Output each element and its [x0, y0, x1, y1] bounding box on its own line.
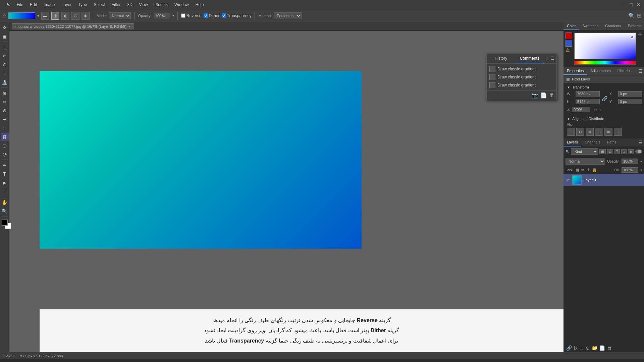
flip-h-btn[interactable]: ↔ — [593, 107, 598, 112]
dither-checkbox[interactable] — [204, 13, 208, 18]
swatches-tab[interactable]: Swatches — [579, 22, 602, 30]
menu-window[interactable]: Window — [172, 2, 192, 8]
menu-view[interactable]: View — [137, 2, 151, 8]
add-to-swatches-icon[interactable]: ➕ — [638, 33, 642, 36]
document-tab[interactable]: mountains-clouds-7680x5122-11077.jpg @ 1… — [12, 23, 134, 29]
method-select[interactable]: Perceptual — [274, 12, 302, 19]
add-style-btn[interactable]: fx — [574, 345, 578, 351]
channels-tab[interactable]: Channels — [581, 138, 603, 146]
menu-plugins[interactable]: Plugins — [152, 2, 170, 8]
brush-tool[interactable]: ✏ — [1, 98, 9, 106]
comments-tab[interactable]: Comments — [515, 54, 544, 63]
width-input[interactable] — [576, 91, 600, 97]
properties-tab[interactable]: Properties — [564, 67, 587, 75]
shape-tool[interactable]: □ — [1, 187, 9, 195]
artboard-tool[interactable]: ▣ — [1, 32, 9, 40]
lock-position-btn[interactable]: ✏ — [581, 168, 585, 172]
collapse-panel-btn[interactable]: « — [545, 55, 549, 62]
layer-kind-select[interactable]: Kind — [571, 148, 598, 155]
history-item-1[interactable]: Draw classic gradient — [487, 65, 556, 73]
lock-aspect-btn[interactable]: 🔗 — [602, 96, 607, 101]
type-tool[interactable]: T — [1, 170, 9, 178]
reverse-checkbox[interactable] — [181, 13, 185, 18]
x-input[interactable] — [618, 91, 642, 97]
libraries-tab[interactable]: Libraries — [614, 67, 635, 75]
blend-mode-select[interactable]: Normal — [566, 158, 605, 165]
delete-layer-btn[interactable]: 🗑 — [607, 345, 612, 351]
adjustments-tab[interactable]: Adjustments — [587, 67, 614, 75]
opacity-input[interactable] — [154, 13, 170, 18]
search-icon[interactable]: 🔍 — [628, 12, 635, 19]
align-top-btn[interactable]: ⊡ — [595, 128, 603, 136]
canvas-wrapper[interactable]: History Comments « ☰ Draw classic gradie… — [9, 31, 564, 352]
patterns-tab[interactable]: Patterns — [625, 22, 644, 30]
lock-pixels-btn[interactable]: ▦ — [576, 168, 579, 172]
color-tab[interactable]: Color — [564, 22, 579, 30]
menu-edit[interactable]: Edit — [27, 2, 40, 8]
menu-ps[interactable]: Ps — [3, 2, 13, 8]
angle-gradient-btn[interactable]: ◐ — [61, 12, 69, 20]
close-button[interactable]: ✕ — [636, 2, 641, 7]
menu-type[interactable]: Type — [75, 2, 90, 8]
height-input[interactable] — [576, 99, 600, 104]
opacity-dropdown-icon[interactable]: ▾ — [640, 160, 642, 163]
lock-artboard-btn[interactable]: ✛ — [587, 168, 590, 172]
foreground-color-swatch[interactable] — [566, 33, 572, 39]
layers-tab[interactable]: Layers — [564, 138, 581, 146]
filter-toggle[interactable] — [635, 149, 642, 154]
menu-select[interactable]: Select — [91, 2, 107, 8]
menu-filter[interactable]: Filter — [109, 2, 123, 8]
y-input[interactable] — [618, 99, 642, 104]
zoom-tool[interactable]: 🔍 — [1, 207, 9, 215]
layer-shape-filter[interactable]: □ — [621, 149, 627, 154]
pen-tool[interactable]: ✒ — [1, 161, 9, 169]
new-document-btn[interactable]: 📄 — [540, 92, 547, 99]
radial-gradient-btn[interactable]: ◎ — [51, 12, 59, 20]
align-center-v-btn[interactable]: ⊞ — [604, 128, 612, 136]
menu-help[interactable]: Help — [193, 2, 207, 8]
history-item-3[interactable]: Draw classic gradient — [487, 81, 556, 89]
gradient-tool[interactable]: ▦ — [1, 133, 9, 141]
diamond-gradient-btn[interactable]: ◈ — [82, 12, 90, 20]
history-brush-tool[interactable]: ↩ — [1, 115, 9, 123]
layer-opacity-input[interactable] — [622, 159, 638, 164]
lasso-tool[interactable]: ⊂ — [1, 52, 9, 60]
quick-select-tool[interactable]: ⊙ — [1, 61, 9, 69]
props-panel-menu[interactable]: ☰ — [637, 67, 644, 75]
crop-tool[interactable]: ⌗ — [1, 69, 9, 77]
healing-tool[interactable]: ⊕ — [1, 89, 9, 97]
new-group-btn[interactable]: 📁 — [592, 345, 597, 351]
layer-pixel-filter[interactable]: ▦ — [599, 149, 606, 154]
blur-tool[interactable]: ◌ — [1, 141, 9, 149]
align-center-h-btn[interactable]: ⊟ — [576, 128, 584, 136]
fill-input[interactable] — [622, 167, 638, 173]
clone-tool[interactable]: ⊗ — [1, 107, 9, 115]
create-snapshot-btn[interactable]: 📷 — [532, 92, 538, 99]
align-left-btn[interactable]: ⊞ — [567, 128, 575, 136]
layer-visibility-btn[interactable]: 👁 — [566, 178, 570, 182]
lock-all-btn[interactable]: 🔒 — [592, 168, 597, 172]
align-bottom-btn[interactable]: ⊟ — [614, 128, 622, 136]
delete-history-btn[interactable]: 🗑 — [549, 92, 554, 99]
panel-menu-btn[interactable]: ☰ — [550, 55, 555, 62]
history-tab[interactable]: History — [487, 54, 515, 63]
hand-tool[interactable]: ✋ — [1, 198, 9, 206]
link-layers-btn[interactable]: 🔗 — [566, 345, 572, 351]
eyedropper-tool[interactable]: 🔬 — [1, 78, 9, 86]
layer-adj-filter[interactable]: ⊙ — [607, 149, 613, 154]
reflected-gradient-btn[interactable]: ⬡ — [71, 12, 79, 20]
layers-panel-menu[interactable]: ☰ — [637, 138, 644, 146]
gradients-tab[interactable]: Gradients — [602, 22, 625, 30]
mode-select[interactable]: Normal — [109, 12, 131, 19]
dodge-tool[interactable]: ◔ — [1, 150, 9, 158]
transform-title[interactable]: ▼ Transform — [567, 85, 641, 89]
minimize-button[interactable]: ─ — [621, 2, 627, 7]
history-item-2[interactable]: Draw classic gradient — [487, 73, 556, 81]
close-tab-btn[interactable]: × — [128, 25, 130, 28]
panel-icon[interactable]: ⊞ — [637, 12, 641, 19]
angle-input[interactable] — [572, 107, 590, 112]
move-tool[interactable]: ✛ — [1, 23, 9, 32]
align-title[interactable]: ▼ Align and Distribute — [567, 117, 641, 121]
opacity-arrow[interactable]: ▾ — [172, 14, 174, 17]
menu-file[interactable]: File — [14, 2, 26, 8]
